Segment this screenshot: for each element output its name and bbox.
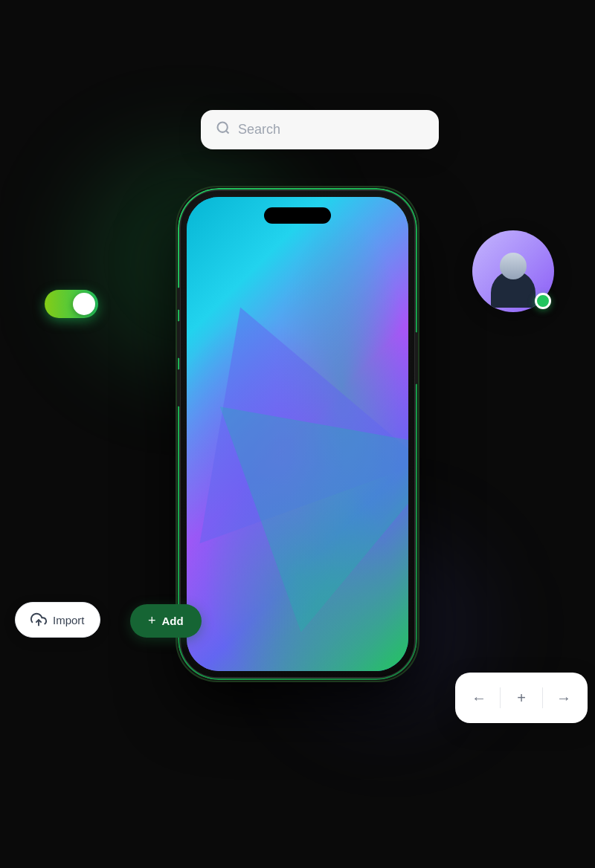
avatar-head xyxy=(500,253,527,279)
shape-triangle-right xyxy=(187,407,408,652)
nav-forward-button[interactable]: → xyxy=(544,681,583,714)
svg-line-1 xyxy=(226,131,229,134)
nav-divider-2 xyxy=(542,687,543,708)
add-button[interactable]: + Add xyxy=(130,604,202,638)
side-button-vol-up xyxy=(177,321,180,358)
forward-arrow-icon: → xyxy=(556,690,571,707)
avatar-container xyxy=(472,230,554,312)
avatar-status-indicator xyxy=(535,293,551,309)
nav-add-button[interactable]: + xyxy=(502,681,541,714)
nav-divider-1 xyxy=(500,687,501,708)
nav-plus-icon: + xyxy=(517,690,526,707)
toggle-container xyxy=(45,290,98,318)
phone-notch xyxy=(264,207,331,224)
phone-screen xyxy=(187,197,408,671)
side-button-silent xyxy=(177,288,180,310)
nav-bar: ← + → xyxy=(455,673,588,723)
add-label: Add xyxy=(162,615,184,627)
search-icon xyxy=(216,120,231,139)
avatar-person xyxy=(487,245,539,312)
search-bar[interactable]: Search xyxy=(201,110,439,149)
import-button[interactable]: Import xyxy=(15,602,100,638)
import-label: Import xyxy=(53,614,85,626)
nav-back-button[interactable]: ← xyxy=(460,681,498,714)
scene: Search Import + Add ← xyxy=(0,0,595,868)
upload-cloud-icon xyxy=(30,612,47,628)
side-button-power xyxy=(415,332,418,384)
plus-icon: + xyxy=(148,613,156,629)
search-placeholder: Search xyxy=(238,122,280,137)
back-arrow-icon: ← xyxy=(472,690,486,707)
phone-frame xyxy=(178,189,416,679)
svg-point-0 xyxy=(218,123,228,132)
phone-shape-overlay xyxy=(187,197,408,671)
toggle-switch[interactable] xyxy=(45,290,98,318)
toggle-knob xyxy=(73,293,95,315)
side-button-vol-down xyxy=(177,369,180,407)
